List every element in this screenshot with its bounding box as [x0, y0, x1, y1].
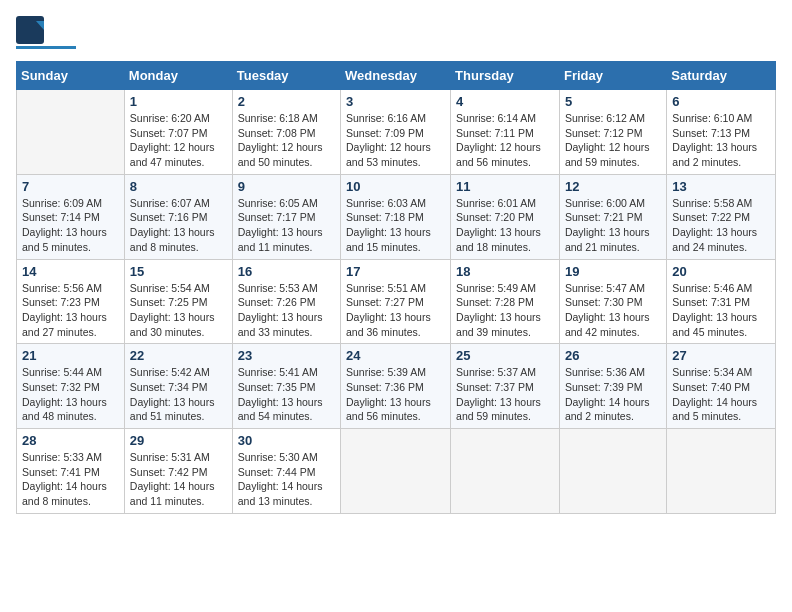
- calendar-cell: 3Sunrise: 6:16 AM Sunset: 7:09 PM Daylig…: [341, 90, 451, 175]
- day-info: Sunrise: 5:30 AM Sunset: 7:44 PM Dayligh…: [238, 450, 335, 509]
- calendar-cell: 24Sunrise: 5:39 AM Sunset: 7:36 PM Dayli…: [341, 344, 451, 429]
- day-info: Sunrise: 6:16 AM Sunset: 7:09 PM Dayligh…: [346, 111, 445, 170]
- day-number: 10: [346, 179, 445, 194]
- day-info: Sunrise: 5:31 AM Sunset: 7:42 PM Dayligh…: [130, 450, 227, 509]
- day-info: Sunrise: 5:47 AM Sunset: 7:30 PM Dayligh…: [565, 281, 661, 340]
- day-info: Sunrise: 5:49 AM Sunset: 7:28 PM Dayligh…: [456, 281, 554, 340]
- calendar-header-row: SundayMondayTuesdayWednesdayThursdayFrid…: [17, 62, 776, 90]
- calendar-cell: 18Sunrise: 5:49 AM Sunset: 7:28 PM Dayli…: [451, 259, 560, 344]
- day-number: 20: [672, 264, 770, 279]
- day-info: Sunrise: 5:36 AM Sunset: 7:39 PM Dayligh…: [565, 365, 661, 424]
- col-header-monday: Monday: [124, 62, 232, 90]
- calendar-cell: [559, 429, 666, 514]
- week-row-3: 14Sunrise: 5:56 AM Sunset: 7:23 PM Dayli…: [17, 259, 776, 344]
- day-info: Sunrise: 6:05 AM Sunset: 7:17 PM Dayligh…: [238, 196, 335, 255]
- day-info: Sunrise: 6:10 AM Sunset: 7:13 PM Dayligh…: [672, 111, 770, 170]
- day-number: 30: [238, 433, 335, 448]
- day-info: Sunrise: 6:03 AM Sunset: 7:18 PM Dayligh…: [346, 196, 445, 255]
- day-number: 3: [346, 94, 445, 109]
- day-number: 24: [346, 348, 445, 363]
- day-number: 1: [130, 94, 227, 109]
- calendar-cell: [17, 90, 125, 175]
- col-header-wednesday: Wednesday: [341, 62, 451, 90]
- day-number: 16: [238, 264, 335, 279]
- day-info: Sunrise: 6:09 AM Sunset: 7:14 PM Dayligh…: [22, 196, 119, 255]
- calendar-cell: 8Sunrise: 6:07 AM Sunset: 7:16 PM Daylig…: [124, 174, 232, 259]
- day-info: Sunrise: 5:53 AM Sunset: 7:26 PM Dayligh…: [238, 281, 335, 340]
- day-number: 19: [565, 264, 661, 279]
- day-number: 5: [565, 94, 661, 109]
- day-info: Sunrise: 6:00 AM Sunset: 7:21 PM Dayligh…: [565, 196, 661, 255]
- logo-divider: [16, 46, 76, 49]
- col-header-saturday: Saturday: [667, 62, 776, 90]
- calendar-cell: 1Sunrise: 6:20 AM Sunset: 7:07 PM Daylig…: [124, 90, 232, 175]
- day-info: Sunrise: 5:37 AM Sunset: 7:37 PM Dayligh…: [456, 365, 554, 424]
- calendar-cell: 30Sunrise: 5:30 AM Sunset: 7:44 PM Dayli…: [232, 429, 340, 514]
- day-info: Sunrise: 5:56 AM Sunset: 7:23 PM Dayligh…: [22, 281, 119, 340]
- calendar-cell: 13Sunrise: 5:58 AM Sunset: 7:22 PM Dayli…: [667, 174, 776, 259]
- day-info: Sunrise: 6:14 AM Sunset: 7:11 PM Dayligh…: [456, 111, 554, 170]
- day-info: Sunrise: 6:18 AM Sunset: 7:08 PM Dayligh…: [238, 111, 335, 170]
- calendar-cell: 6Sunrise: 6:10 AM Sunset: 7:13 PM Daylig…: [667, 90, 776, 175]
- day-number: 4: [456, 94, 554, 109]
- day-number: 15: [130, 264, 227, 279]
- day-number: 6: [672, 94, 770, 109]
- day-number: 21: [22, 348, 119, 363]
- day-number: 11: [456, 179, 554, 194]
- calendar-cell: 15Sunrise: 5:54 AM Sunset: 7:25 PM Dayli…: [124, 259, 232, 344]
- logo-icon: [16, 16, 44, 44]
- day-number: 22: [130, 348, 227, 363]
- day-info: Sunrise: 6:07 AM Sunset: 7:16 PM Dayligh…: [130, 196, 227, 255]
- day-number: 26: [565, 348, 661, 363]
- calendar-cell: 19Sunrise: 5:47 AM Sunset: 7:30 PM Dayli…: [559, 259, 666, 344]
- calendar-cell: 7Sunrise: 6:09 AM Sunset: 7:14 PM Daylig…: [17, 174, 125, 259]
- calendar-cell: 4Sunrise: 6:14 AM Sunset: 7:11 PM Daylig…: [451, 90, 560, 175]
- calendar-cell: 5Sunrise: 6:12 AM Sunset: 7:12 PM Daylig…: [559, 90, 666, 175]
- svg-rect-0: [16, 16, 44, 44]
- calendar-cell: 28Sunrise: 5:33 AM Sunset: 7:41 PM Dayli…: [17, 429, 125, 514]
- calendar-cell: 29Sunrise: 5:31 AM Sunset: 7:42 PM Dayli…: [124, 429, 232, 514]
- day-number: 25: [456, 348, 554, 363]
- calendar-cell: 17Sunrise: 5:51 AM Sunset: 7:27 PM Dayli…: [341, 259, 451, 344]
- calendar-cell: [341, 429, 451, 514]
- day-info: Sunrise: 5:44 AM Sunset: 7:32 PM Dayligh…: [22, 365, 119, 424]
- day-info: Sunrise: 5:39 AM Sunset: 7:36 PM Dayligh…: [346, 365, 445, 424]
- day-info: Sunrise: 5:54 AM Sunset: 7:25 PM Dayligh…: [130, 281, 227, 340]
- calendar-cell: 16Sunrise: 5:53 AM Sunset: 7:26 PM Dayli…: [232, 259, 340, 344]
- day-number: 13: [672, 179, 770, 194]
- calendar-cell: [451, 429, 560, 514]
- week-row-4: 21Sunrise: 5:44 AM Sunset: 7:32 PM Dayli…: [17, 344, 776, 429]
- day-info: Sunrise: 5:51 AM Sunset: 7:27 PM Dayligh…: [346, 281, 445, 340]
- day-info: Sunrise: 5:46 AM Sunset: 7:31 PM Dayligh…: [672, 281, 770, 340]
- col-header-tuesday: Tuesday: [232, 62, 340, 90]
- day-number: 12: [565, 179, 661, 194]
- day-number: 8: [130, 179, 227, 194]
- day-number: 18: [456, 264, 554, 279]
- calendar-cell: 22Sunrise: 5:42 AM Sunset: 7:34 PM Dayli…: [124, 344, 232, 429]
- calendar-cell: 25Sunrise: 5:37 AM Sunset: 7:37 PM Dayli…: [451, 344, 560, 429]
- day-number: 17: [346, 264, 445, 279]
- day-info: Sunrise: 5:34 AM Sunset: 7:40 PM Dayligh…: [672, 365, 770, 424]
- calendar-cell: 14Sunrise: 5:56 AM Sunset: 7:23 PM Dayli…: [17, 259, 125, 344]
- day-number: 28: [22, 433, 119, 448]
- week-row-2: 7Sunrise: 6:09 AM Sunset: 7:14 PM Daylig…: [17, 174, 776, 259]
- calendar-cell: 11Sunrise: 6:01 AM Sunset: 7:20 PM Dayli…: [451, 174, 560, 259]
- calendar-cell: [667, 429, 776, 514]
- day-number: 29: [130, 433, 227, 448]
- day-info: Sunrise: 5:33 AM Sunset: 7:41 PM Dayligh…: [22, 450, 119, 509]
- day-info: Sunrise: 6:12 AM Sunset: 7:12 PM Dayligh…: [565, 111, 661, 170]
- page-header: [16, 16, 776, 49]
- calendar-cell: 2Sunrise: 6:18 AM Sunset: 7:08 PM Daylig…: [232, 90, 340, 175]
- calendar-cell: 9Sunrise: 6:05 AM Sunset: 7:17 PM Daylig…: [232, 174, 340, 259]
- day-number: 23: [238, 348, 335, 363]
- col-header-sunday: Sunday: [17, 62, 125, 90]
- calendar-table: SundayMondayTuesdayWednesdayThursdayFrid…: [16, 61, 776, 514]
- day-number: 27: [672, 348, 770, 363]
- day-number: 2: [238, 94, 335, 109]
- week-row-5: 28Sunrise: 5:33 AM Sunset: 7:41 PM Dayli…: [17, 429, 776, 514]
- logo: [16, 16, 76, 49]
- col-header-friday: Friday: [559, 62, 666, 90]
- calendar-cell: 20Sunrise: 5:46 AM Sunset: 7:31 PM Dayli…: [667, 259, 776, 344]
- calendar-cell: 21Sunrise: 5:44 AM Sunset: 7:32 PM Dayli…: [17, 344, 125, 429]
- calendar-cell: 12Sunrise: 6:00 AM Sunset: 7:21 PM Dayli…: [559, 174, 666, 259]
